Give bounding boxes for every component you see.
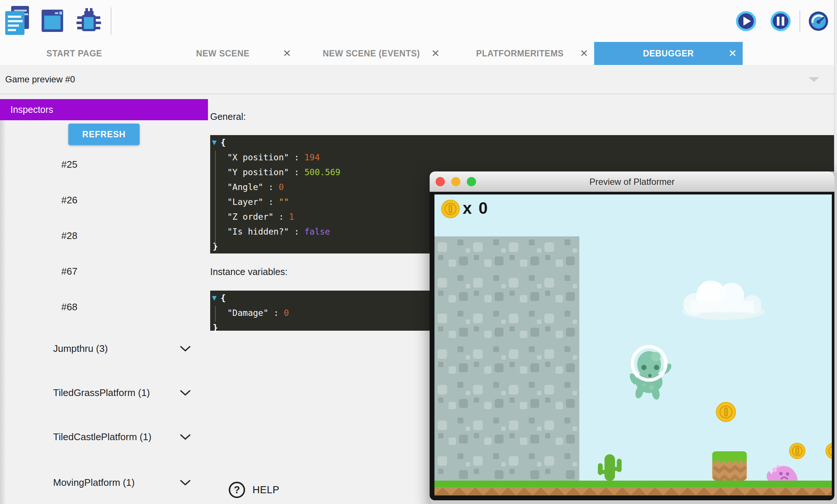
json-key: "Layer" bbox=[227, 197, 263, 207]
tab-label: NEW SCENE (EVENTS) bbox=[323, 49, 420, 59]
castle-wall bbox=[434, 236, 579, 481]
tab-label: START PAGE bbox=[46, 49, 102, 59]
close-brace: } bbox=[213, 323, 218, 333]
instance-item-67[interactable]: #67 bbox=[0, 253, 208, 289]
preview-window-titlebar[interactable]: Preview of Platformer bbox=[430, 171, 834, 192]
toolbar-divider bbox=[799, 10, 800, 32]
tab-start-page[interactable]: START PAGE bbox=[0, 42, 149, 65]
instance-variables-section-label: Instance variables: bbox=[210, 266, 287, 277]
group-item-label: Jumpthru (3) bbox=[53, 342, 159, 355]
refresh-button[interactable]: REFRESH bbox=[68, 124, 140, 145]
json-value: 500.569 bbox=[304, 167, 341, 177]
group-item-label: MovingPlatform (1) bbox=[53, 476, 159, 489]
grass-platform-block bbox=[712, 451, 747, 481]
json-value: 0 bbox=[284, 308, 289, 318]
instance-item-28[interactable]: #28 bbox=[0, 218, 208, 253]
json-value: false bbox=[304, 227, 330, 236]
tab-label: NEW SCENE bbox=[196, 49, 250, 59]
instance-item-68[interactable]: #68 bbox=[0, 289, 208, 325]
json-colon: : bbox=[263, 182, 279, 192]
instance-item-label: #26 bbox=[61, 194, 77, 206]
chevron-down-icon[interactable] bbox=[180, 433, 191, 442]
json-colon: : bbox=[289, 167, 304, 177]
game-preview-selector[interactable]: Game preview #0 bbox=[0, 65, 837, 94]
close-icon[interactable]: ✕ bbox=[283, 49, 291, 59]
chevron-down-icon[interactable] bbox=[180, 389, 191, 398]
windows-icon[interactable] bbox=[42, 8, 64, 35]
general-section-label: General: bbox=[210, 111, 246, 122]
tab-label: PLATFORMERITEMS bbox=[476, 49, 564, 59]
group-item-label: TiledCastlePlatform (1) bbox=[53, 431, 159, 443]
collapse-triangle-icon[interactable]: ▼ bbox=[212, 135, 216, 150]
game-preview-selector-label: Game preview #0 bbox=[5, 74, 75, 85]
ground bbox=[434, 481, 832, 495]
instance-item-label: #68 bbox=[61, 301, 77, 313]
indent-guide bbox=[215, 151, 216, 245]
help-button-label: HELP bbox=[253, 484, 280, 496]
json-entry: "X position" : 194 bbox=[210, 150, 834, 165]
project-manager-icon[interactable] bbox=[5, 6, 30, 37]
open-brace: { bbox=[221, 293, 226, 303]
zoom-window-icon[interactable] bbox=[467, 177, 476, 186]
indent-guide bbox=[215, 306, 216, 322]
group-item-inner: TiledGrassPlatform (1) bbox=[0, 386, 208, 399]
json-key: "Y position" bbox=[227, 167, 289, 177]
json-value: 1 bbox=[289, 212, 294, 222]
pause-icon[interactable] bbox=[770, 11, 791, 33]
json-value: 0 bbox=[279, 182, 284, 192]
close-window-icon[interactable] bbox=[436, 177, 445, 186]
coin-counter: x 0 bbox=[463, 199, 489, 217]
toolbar-divider bbox=[111, 7, 111, 35]
preview-window: Preview of Platformer bbox=[430, 171, 837, 504]
debugger-bug-icon[interactable] bbox=[76, 8, 101, 35]
tab-new-scene-events[interactable]: NEW SCENE (EVENTS)✕ bbox=[297, 42, 446, 65]
group-item-jumpthru-3[interactable]: Jumpthru (3) bbox=[0, 325, 208, 372]
speed-gauge-icon[interactable] bbox=[808, 11, 829, 33]
json-key: "Is hidden?" bbox=[227, 227, 289, 236]
instance-item-25[interactable]: #25 bbox=[0, 147, 208, 182]
main-toolbar bbox=[0, 0, 837, 42]
instance-item-label: #28 bbox=[61, 230, 77, 242]
gdevelop-app: START PAGENEW SCENE✕NEW SCENE (EVENTS)✕P… bbox=[0, 0, 837, 504]
instance-item-label: #67 bbox=[61, 266, 77, 277]
group-item-tiledcastleplatform-1[interactable]: TiledCastlePlatform (1) bbox=[0, 413, 208, 461]
json-key: "Angle" bbox=[227, 182, 263, 192]
group-item-tiledgrassplatform-1[interactable]: TiledGrassPlatform (1) bbox=[0, 372, 208, 413]
tab-new-scene[interactable]: NEW SCENE✕ bbox=[149, 42, 297, 65]
json-key: "X position" bbox=[227, 153, 289, 162]
chevron-down-icon[interactable] bbox=[180, 479, 191, 488]
group-item-inner: MovingPlatform (1) bbox=[0, 476, 208, 489]
minimize-window-icon[interactable] bbox=[451, 177, 460, 186]
play-icon[interactable] bbox=[736, 11, 756, 33]
close-icon[interactable]: ✕ bbox=[431, 49, 440, 59]
inspectors-header: Inspectors bbox=[0, 99, 208, 120]
question-mark-icon: ? bbox=[229, 482, 245, 498]
group-item-label: TiledGrassPlatform (1) bbox=[53, 386, 159, 399]
tab-platformeritems[interactable]: PLATFORMERITEMS✕ bbox=[446, 42, 594, 65]
json-colon: : bbox=[263, 197, 279, 207]
json-key: "Damage" bbox=[227, 308, 268, 318]
chevron-down-icon[interactable] bbox=[180, 345, 191, 354]
help-button[interactable]: ? HELP bbox=[227, 480, 282, 500]
instance-list: #25#26#28#67#68 bbox=[0, 147, 208, 325]
open-brace: { bbox=[221, 138, 226, 147]
collapse-triangle-icon[interactable]: ▼ bbox=[212, 291, 216, 305]
tab-debugger[interactable]: DEBUGGER✕ bbox=[594, 42, 743, 65]
game-canvas[interactable]: x 0 bbox=[434, 194, 832, 495]
inspectors-header-label: Inspectors bbox=[10, 104, 53, 115]
group-item-inner: TiledCastlePlatform (1) bbox=[0, 431, 208, 443]
group-item-inner: Jumpthru (3) bbox=[0, 342, 208, 355]
json-value: "" bbox=[279, 197, 289, 207]
close-icon[interactable]: ✕ bbox=[580, 49, 588, 59]
json-colon: : bbox=[268, 308, 284, 318]
instance-item-26[interactable]: #26 bbox=[0, 182, 208, 218]
json-open-line: ▼{ bbox=[210, 135, 834, 150]
json-colon: : bbox=[289, 227, 304, 236]
preview-window-frame: Preview of Platformer bbox=[430, 171, 834, 500]
object-group-list: Jumpthru (3)TiledGrassPlatform (1)TiledC… bbox=[0, 325, 208, 504]
group-item-movingplatform-1[interactable]: MovingPlatform (1) bbox=[0, 461, 208, 504]
json-key: "Z order" bbox=[227, 212, 274, 222]
json-colon: : bbox=[289, 153, 304, 162]
game-scene bbox=[434, 194, 832, 495]
close-icon[interactable]: ✕ bbox=[728, 49, 737, 59]
